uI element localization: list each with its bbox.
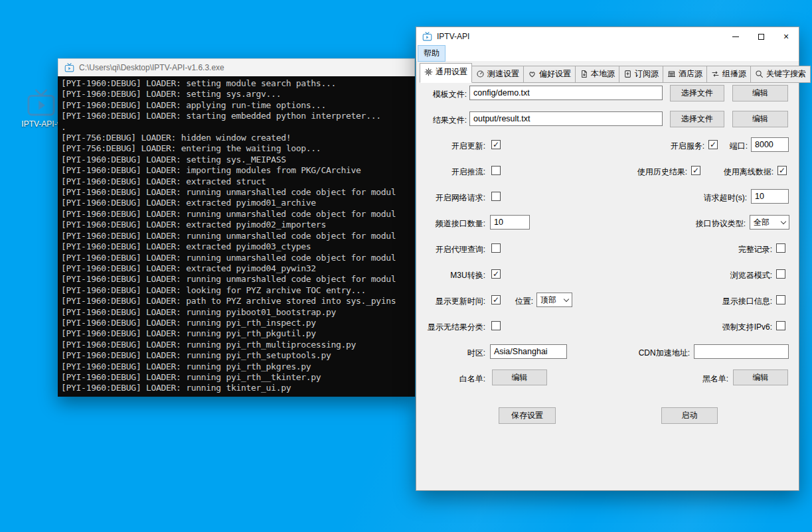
tab-local-source[interactable]: 本地源 [576,66,619,83]
console-line: [PYI-1960:DEBUG] LOADER: running unmarsh… [61,187,415,198]
console-line: [PYI-1960:DEBUG] LOADER: running pyi_rth… [61,362,415,372]
ipv6-support-checkbox[interactable] [776,321,785,330]
port-input[interactable]: 8000 [751,137,789,152]
open-rtmp-label: 开启推流: [416,166,485,178]
app-title: IPTV-API [437,32,718,41]
tab-hotel-source[interactable]: 酒店源 [663,66,707,83]
tab-label: 本地源 [591,68,615,80]
open-service-checkbox[interactable]: ✓ [708,140,718,149]
result-file-input[interactable]: output/result.txt [469,111,663,126]
open-service-label: 开启服务: [638,141,704,152]
menubar: 帮助 [416,46,799,62]
console-line: [PYI-756:DEBUG] LOADER: hidden window cr… [61,133,415,143]
whitelist-edit-button[interactable]: 编辑 [492,369,547,385]
tab-general-settings[interactable]: 通用设置 [420,63,472,83]
open-update-checkbox[interactable]: ✓ [491,140,501,149]
request-timeout-label: 请求超时(s): [681,192,747,204]
maximize-icon [758,34,764,40]
tv-icon [422,32,432,41]
show-empty-category-label: 显示无结果分类: [416,322,485,333]
console-line: [PYI-1960:DEBUG] LOADER: applying run-ti… [61,100,415,111]
result-choose-file-button[interactable]: 选择文件 [670,111,724,127]
m3u-convert-checkbox[interactable]: ✓ [491,269,501,279]
tabbar: 通用设置 测速设置 偏好设置 [420,63,799,83]
tab-multicast-source[interactable]: 组播源 [707,66,751,83]
console-line: [PYI-1960:DEBUG] LOADER: extracted pyimo… [61,241,415,252]
result-file-label: 结果文件: [416,115,467,126]
use-offline-label: 使用离线数据: [707,166,773,178]
blacklist-label: 黑名单: [662,373,728,385]
console-window: C:\Users\qi\Desktop\IPTV-API-v1.6.3.exe … [58,58,415,397]
console-line: [PYI-1960:DEBUG] LOADER: running pyi_rth… [61,372,415,383]
multicast-arrows-icon [711,70,720,78]
open-request-label: 开启网络请求: [416,192,485,204]
full-record-label: 完整记录: [706,244,772,255]
console-line: [PYI-756:DEBUG] LOADER: entering the wai… [61,143,415,154]
template-edit-button[interactable]: 编辑 [732,85,788,101]
tab-preference-settings[interactable]: 偏好设置 [524,66,576,83]
show-empty-category-checkbox[interactable] [491,321,501,330]
gauge-icon [476,70,485,78]
tv-icon [26,89,56,117]
open-request-checkbox[interactable] [491,192,501,201]
console-line: [PYI-1960:DEBUG] LOADER: starting embedd… [61,111,415,121]
building-icon [667,70,676,78]
show-url-info-label: 显示接口信息: [706,296,772,307]
browser-mode-checkbox[interactable] [776,269,785,279]
console-line: [PYI-1960:DEBUG] LOADER: running pyi_rth… [61,340,415,350]
template-choose-file-button[interactable]: 选择文件 [670,85,724,101]
open-proxy-checkbox[interactable] [491,243,501,253]
console-line: [PYI-1960:DEBUG] LOADER: path to PYZ arc… [61,296,415,306]
console-line: [PYI-1960:DEBUG] LOADER: looking for PYZ… [61,285,415,296]
console-line: . [61,122,415,133]
console-line: [PYI-1960:DEBUG] LOADER: extracted struc… [61,176,415,187]
start-button[interactable]: 启动 [661,407,718,424]
blacklist-edit-button[interactable]: 编辑 [733,369,788,385]
document-download-icon [580,70,588,78]
show-url-info-checkbox[interactable] [776,295,785,304]
console-line: [PYI-1960:DEBUG] LOADER: running pyiboot… [61,307,415,318]
console-line: [PYI-1960:DEBUG] LOADER: running unmarsh… [61,274,415,285]
close-icon: × [783,32,789,41]
show-update-time-checkbox[interactable]: ✓ [491,295,501,304]
position-dropdown[interactable]: 顶部 [536,293,572,307]
save-settings-button[interactable]: 保存设置 [499,407,556,424]
menu-item-help[interactable]: 帮助 [418,45,446,62]
console-output: [PYI-1960:DEBUG] LOADER: setting module … [58,76,415,397]
open-rtmp-checkbox[interactable] [491,166,501,175]
tab-keyword-search[interactable]: 关键字搜索 [751,66,811,83]
minimize-button[interactable] [723,27,748,46]
app-titlebar[interactable]: IPTV-API × [416,27,799,46]
console-line: [PYI-1960:DEBUG] LOADER: setting sys._ME… [61,155,415,165]
tab-speed-settings[interactable]: 测速设置 [472,66,524,83]
use-history-checkbox[interactable]: ✓ [691,166,700,175]
settings-pane: 通用设置 测速设置 偏好设置 [416,62,799,490]
ipv6-support-label: 强制支持IPv6: [706,322,772,333]
use-history-label: 使用历史结果: [621,166,687,178]
template-file-input[interactable]: config/demo.txt [469,86,663,100]
protocol-type-dropdown[interactable]: 全部 [750,215,789,230]
open-proxy-label: 开启代理查询: [416,244,485,255]
tab-label: 通用设置 [436,66,467,78]
cdn-url-input[interactable] [694,344,789,359]
timezone-input[interactable]: Asia/Shanghai [490,344,567,359]
console-title: C:\Users\qi\Desktop\IPTV-API-v1.6.3.exe [79,63,224,72]
tab-label: 订阅源 [635,68,659,80]
open-update-label: 开启更新: [416,141,485,152]
request-timeout-input[interactable]: 10 [751,189,789,204]
result-edit-button[interactable]: 编辑 [732,111,788,127]
search-icon [755,70,764,78]
use-offline-checkbox[interactable]: ✓ [777,166,787,175]
tab-subscribe-source[interactable]: 订阅源 [619,66,663,83]
console-line: [PYI-1960:DEBUG] LOADER: running unmarsh… [61,209,415,220]
console-line: [PYI-1960:DEBUG] LOADER: running pyi_rth… [61,318,415,328]
console-line: [PYI-1960:DEBUG] LOADER: running pyi_rth… [61,328,415,339]
channel-count-input[interactable]: 10 [490,215,530,230]
console-titlebar[interactable]: C:\Users\qi\Desktop\IPTV-API-v1.6.3.exe [58,58,415,76]
maximize-button[interactable] [748,27,773,46]
close-button[interactable]: × [773,27,799,46]
full-record-checkbox[interactable] [776,243,785,253]
protocol-type-label: 接口协议类型: [679,218,746,230]
tab-label: 偏好设置 [539,68,571,80]
console-line: [PYI-1960:DEBUG] LOADER: extracted pyimo… [61,198,415,208]
